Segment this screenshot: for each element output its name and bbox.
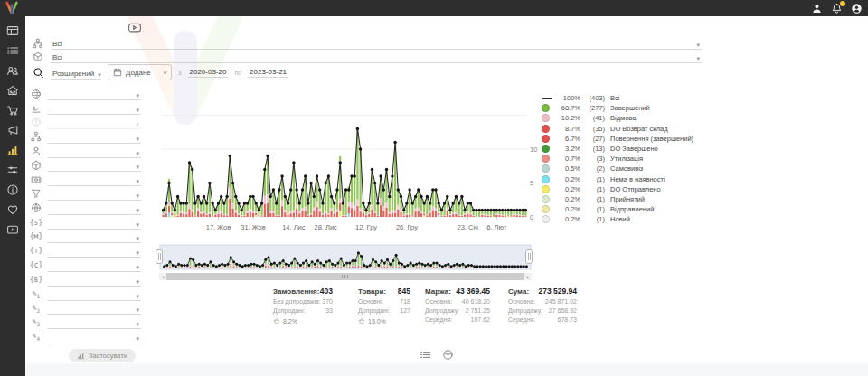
stat-column-3: Маржа:43 369.45Основна:40 618.20Допродаж… xyxy=(425,287,490,325)
list-icon[interactable] xyxy=(6,44,19,57)
legend-pct: 0.5% xyxy=(553,164,580,173)
app-logo-icon[interactable] xyxy=(5,1,19,15)
legend-item[interactable]: 6.7%(27)Повернення (завершений) xyxy=(542,134,709,144)
filter-select-7[interactable]: ▾ xyxy=(48,173,141,186)
users-icon[interactable] xyxy=(6,64,19,77)
filter-select-14[interactable]: ▾ xyxy=(48,273,141,287)
chevron-down-icon: ▾ xyxy=(136,207,139,213)
legend-dot-swatch xyxy=(542,205,550,213)
legend-item[interactable]: 0.2%(1)Нема в наявності xyxy=(542,174,709,184)
filter-select-12[interactable]: ▾ xyxy=(48,244,141,258)
scroll-left-icon[interactable]: ◂ xyxy=(159,273,166,280)
hierarchy-icon xyxy=(31,131,42,142)
legend-count: (3) xyxy=(580,155,605,163)
filter-select-8[interactable]: ▾ xyxy=(48,187,141,201)
chart-brush[interactable] xyxy=(159,244,532,271)
date-from-input[interactable]: 2020-03-20 xyxy=(188,68,229,78)
filter-select-5[interactable]: ▾ xyxy=(48,145,141,158)
megaphone-icon[interactable] xyxy=(6,124,19,136)
legend-item[interactable]: 0.2%(1)Новий xyxy=(542,214,709,224)
svg-text:12. Гру: 12. Гру xyxy=(355,223,377,231)
filter-select-2[interactable]: ▾ xyxy=(48,101,141,115)
filter-row-9: ▾ xyxy=(31,201,141,215)
legend-count: (35) xyxy=(580,125,605,133)
topbar xyxy=(0,0,868,16)
dashboard-icon[interactable] xyxy=(6,24,19,37)
legend-pct: 0.2% xyxy=(553,195,580,203)
chart-icon[interactable] xyxy=(6,144,19,156)
filter-select-16[interactable]: ▾ xyxy=(48,301,141,315)
bell-icon[interactable] xyxy=(831,3,843,14)
stat-sub-label: Допродані: xyxy=(358,307,390,316)
scrollbar-thumb[interactable] xyxy=(166,273,524,280)
scroll-right-icon[interactable]: ▸ xyxy=(524,273,532,280)
avatar-icon[interactable] xyxy=(851,3,863,14)
filter-row-10: {s}▾ xyxy=(31,215,141,230)
chevron-down-icon: ▾ xyxy=(98,71,101,78)
product-filter-row: Всі ▾ xyxy=(33,50,702,63)
store-icon[interactable] xyxy=(6,84,19,97)
video-icon[interactable] xyxy=(6,223,19,236)
product-select[interactable]: Всі ▾ xyxy=(51,50,702,63)
pencil-2-icon: ✎2 xyxy=(31,303,42,314)
video-tag-icon[interactable] xyxy=(127,21,143,34)
stat-sub-label: Допродажу: xyxy=(508,307,542,316)
chevron-down-icon: ▾ xyxy=(696,42,700,48)
chevron-down-icon: ▾ xyxy=(136,221,139,228)
svg-text:26. Гру: 26. Гру xyxy=(396,223,418,231)
stat-value: 845 xyxy=(398,287,410,296)
filter-select-18[interactable]: ▾ xyxy=(48,330,141,343)
legend-pct: 0.2% xyxy=(553,175,580,183)
filter-select-6[interactable]: ▾ xyxy=(48,158,141,172)
filter-select-1[interactable]: ▾ xyxy=(48,87,141,100)
stat-sub-value: 678.73 xyxy=(558,316,577,325)
date-field-select[interactable]: Додане ▾ xyxy=(108,64,172,80)
filter-select-15[interactable]: ▾ xyxy=(48,287,141,301)
legend-item[interactable]: 68.7%(277)Завершений xyxy=(542,103,709,113)
user-bust-icon[interactable] xyxy=(811,3,823,14)
package-icon xyxy=(31,160,42,171)
stat-value: 403 xyxy=(320,287,333,296)
legend-item[interactable]: 8.7%(35)DO Возврат склад xyxy=(542,124,709,134)
brush-handle-left[interactable] xyxy=(156,249,163,264)
info-icon[interactable] xyxy=(6,183,19,196)
chevron-down-icon: ▾ xyxy=(136,164,139,170)
brush-handle-right[interactable] xyxy=(525,249,533,264)
date-from-label: з xyxy=(178,70,181,76)
brace-b-icon: {в} xyxy=(31,274,42,285)
apply-chart-icon xyxy=(77,352,85,360)
search-mode-select[interactable]: Розширений ▾ xyxy=(51,66,101,80)
legend-label: DO Завершено xyxy=(610,145,658,153)
search-icon[interactable] xyxy=(33,67,44,79)
filter-select-13[interactable]: ▾ xyxy=(48,258,141,272)
chevron-down-icon: ▾ xyxy=(136,335,139,342)
product-select-value: Всі xyxy=(52,53,62,61)
cart-icon[interactable] xyxy=(6,104,19,117)
filter-select-11[interactable]: ▾ xyxy=(48,230,141,243)
date-to-input[interactable]: 2023-03-21 xyxy=(248,68,288,78)
legend-dot-swatch xyxy=(542,145,550,153)
filter-select-10[interactable]: ▾ xyxy=(48,216,141,230)
sliders-icon[interactable] xyxy=(6,164,19,176)
filter-select-9[interactable]: ▾ xyxy=(48,202,141,215)
legend-item[interactable]: 100%(403)Всі xyxy=(542,93,709,103)
chart-scrollbar[interactable]: ◂ ▸ xyxy=(159,273,532,280)
funnel-select[interactable]: Всі ▾ xyxy=(51,36,702,50)
filter-select-17[interactable]: ▾ xyxy=(48,315,141,329)
filter-select-4[interactable]: ▾ xyxy=(48,130,141,144)
package-view-icon[interactable] xyxy=(442,349,454,361)
legend-count: (1) xyxy=(580,215,605,223)
legend-item[interactable]: 0.5%(2)Самовивіз xyxy=(542,164,709,174)
heart-icon[interactable] xyxy=(6,203,19,216)
legend-item[interactable]: 0.2%(1)Відправлений xyxy=(542,204,709,214)
filter-row-1: ▾ xyxy=(31,87,141,101)
filter-select-3[interactable]: ▾ xyxy=(48,116,141,129)
legend-item[interactable]: 0.2%(1)DO Отправлено xyxy=(542,184,709,194)
list-view-icon[interactable] xyxy=(420,349,431,361)
product-box-icon xyxy=(33,52,43,62)
legend-item[interactable]: 0.2%(1)Прийнятий xyxy=(542,194,709,204)
apply-button[interactable]: Застосувати xyxy=(69,349,136,362)
legend-item[interactable]: 0.7%(3)Утилізація xyxy=(542,154,709,164)
legend-item[interactable]: 3.2%(13)DO Завершено xyxy=(542,144,709,154)
legend-item[interactable]: 10.2%(41)Відмова xyxy=(542,113,709,123)
